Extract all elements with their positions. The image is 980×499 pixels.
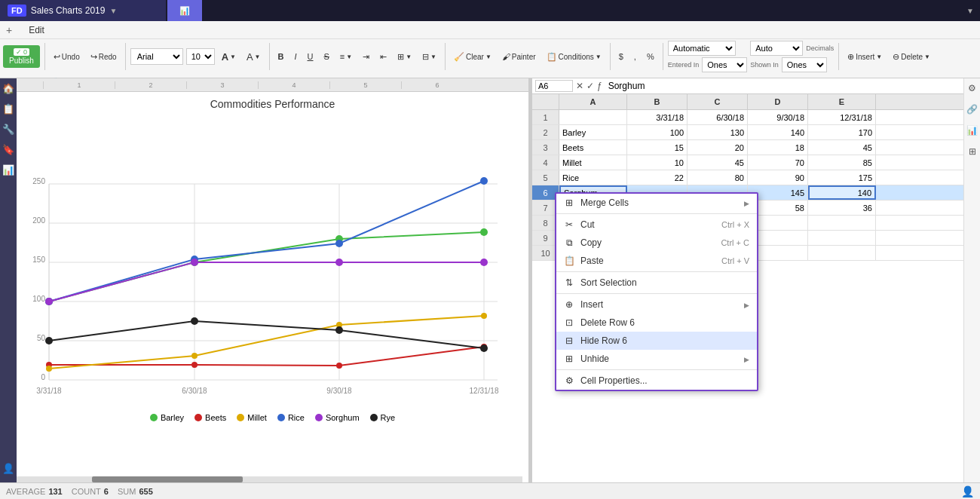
cell-e7[interactable]: 36: [808, 201, 876, 215]
conditions-button[interactable]: 📋 Conditions ▼: [543, 50, 605, 64]
sidebar-icon-user[interactable]: 👤: [1, 461, 16, 476]
cell-c3[interactable]: 20: [688, 140, 748, 155]
context-menu-item-insert[interactable]: ⊕ Insert: [556, 295, 757, 314]
cell-reference-input[interactable]: [535, 80, 573, 92]
sidebar-icon-wrench[interactable]: 🔧: [1, 122, 16, 136]
currency-button[interactable]: $: [615, 50, 627, 63]
right-sidebar-link-icon[interactable]: 🔗: [965, 103, 979, 116]
insert-button[interactable]: ⊕ Insert ▼: [844, 50, 886, 64]
indent-button[interactable]: ⇥: [359, 50, 373, 64]
bold-button[interactable]: B: [274, 50, 288, 63]
right-sidebar-chart-icon[interactable]: 📊: [965, 124, 979, 137]
wrap-button[interactable]: ⊞ ▼: [394, 50, 415, 64]
font-color-button[interactable]: A ▼: [218, 49, 240, 65]
cell-e5[interactable]: 175: [808, 170, 876, 185]
col-header-c[interactable]: C: [688, 94, 748, 109]
auto-select[interactable]: Automatic: [668, 41, 736, 56]
cell-d5[interactable]: 90: [748, 170, 808, 185]
sidebar-icon-list[interactable]: 📋: [1, 102, 16, 116]
cancel-formula-icon[interactable]: ✕: [576, 81, 583, 91]
cell-b1[interactable]: 3/31/18: [627, 110, 688, 124]
formula-input[interactable]: [605, 81, 966, 91]
strikethrough-button[interactable]: S: [320, 50, 333, 63]
cell-a2[interactable]: Barley: [559, 125, 627, 139]
underline-button[interactable]: U: [304, 50, 317, 63]
comma-button[interactable]: ,: [630, 50, 640, 63]
cell-e3[interactable]: 45: [808, 140, 876, 155]
context-menu-item-sort-selection[interactable]: ⇅ Sort Selection: [556, 274, 757, 292]
cell-b3[interactable]: 15: [627, 140, 688, 155]
sidebar-icon-home[interactable]: 🏠: [1, 81, 16, 96]
merge-dropdown[interactable]: ▼: [430, 54, 436, 60]
outdent-button[interactable]: ⇤: [376, 50, 390, 64]
user-icon[interactable]: 👤: [961, 485, 974, 497]
context-menu-item-cell-properties[interactable]: ⚙ Cell Properties...: [556, 372, 757, 390]
spreadsheet-tab[interactable]: 📊: [167, 0, 202, 21]
percent-button[interactable]: %: [643, 50, 658, 63]
cell-a1[interactable]: [559, 110, 627, 124]
col-header-e[interactable]: E: [808, 94, 876, 109]
add-sheet-btn[interactable]: +: [6, 24, 12, 36]
font-color-dropdown[interactable]: ▼: [230, 54, 236, 60]
col-header-b[interactable]: B: [627, 94, 688, 109]
fill-color-button[interactable]: A ▼: [243, 49, 265, 65]
cell-e2[interactable]: 170: [808, 125, 876, 139]
merge-btn[interactable]: ⊟ ▼: [418, 50, 440, 64]
cell-c2[interactable]: 130: [688, 125, 748, 139]
cell-a5[interactable]: Rice: [559, 170, 627, 185]
right-sidebar-grid-icon[interactable]: ⊞: [967, 145, 978, 158]
sidebar-icon-bookmark[interactable]: 🔖: [1, 142, 16, 157]
context-menu-item-merge-cells[interactable]: ⊞ Merge Cells: [556, 194, 757, 212]
function-icon[interactable]: ƒ: [597, 81, 602, 91]
cell-e8[interactable]: [808, 216, 876, 230]
tab-dropdown[interactable]: ▼: [966, 7, 980, 15]
redo-button[interactable]: ↪ Redo: [87, 50, 121, 64]
cell-a4[interactable]: Millet: [559, 155, 627, 170]
cell-e1[interactable]: 12/31/18: [808, 110, 876, 124]
italic-button[interactable]: I: [290, 50, 300, 63]
context-menu-item-cut[interactable]: ✂ Cut Ctrl + X: [556, 216, 757, 234]
auto2-select[interactable]: Auto: [750, 41, 803, 56]
col-header-d[interactable]: D: [748, 94, 808, 109]
cell-c1[interactable]: 6/30/18: [688, 110, 748, 124]
align-dropdown[interactable]: ▼: [346, 54, 352, 60]
conditions-dropdown[interactable]: ▼: [596, 54, 602, 60]
cell-b5[interactable]: 22: [627, 170, 688, 185]
chart-h-scrollbar[interactable]: [17, 476, 522, 482]
wrap-dropdown[interactable]: ▼: [406, 54, 412, 60]
clear-button[interactable]: 🧹 Clear ▼: [450, 50, 495, 64]
align-button[interactable]: ≡ ▼: [336, 50, 356, 63]
cell-b2[interactable]: 100: [627, 125, 688, 139]
cell-c4[interactable]: 45: [688, 155, 748, 170]
context-menu-item-unhide[interactable]: ⊞ Unhide: [556, 350, 757, 368]
entered-in-select[interactable]: Ones: [702, 57, 747, 72]
menu-edit[interactable]: Edit: [29, 25, 44, 35]
context-menu-item-hide-row[interactable]: ⊟ Hide Row 6: [556, 332, 757, 350]
shown-in-select[interactable]: Ones: [782, 57, 827, 72]
clear-dropdown[interactable]: ▼: [485, 54, 492, 60]
cell-d2[interactable]: 140: [748, 125, 808, 139]
context-menu-item-copy[interactable]: ⧉ Copy Ctrl + C: [556, 234, 757, 252]
confirm-formula-icon[interactable]: ✓: [586, 81, 594, 91]
col-header-a[interactable]: A: [559, 94, 627, 109]
fill-dropdown[interactable]: ▼: [255, 54, 261, 60]
painter-button[interactable]: 🖌 Painter: [498, 50, 540, 63]
cell-d4[interactable]: 70: [748, 155, 808, 170]
dropdown-arrow[interactable]: ▼: [109, 7, 117, 15]
right-sidebar-gear-icon[interactable]: ⚙: [966, 81, 978, 95]
context-menu-item-paste[interactable]: 📋 Paste Ctrl + V: [556, 252, 757, 270]
delete-dropdown[interactable]: ▼: [924, 54, 930, 60]
cell-a3[interactable]: Beets: [559, 140, 627, 155]
context-menu-item-delete-row[interactable]: ⊡ Delete Row 6: [556, 314, 757, 332]
cell-c5[interactable]: 80: [688, 170, 748, 185]
sidebar-icon-chart[interactable]: 📊: [1, 163, 16, 177]
publish-button[interactable]: ✓ 0 Publish: [3, 45, 40, 68]
cell-d3[interactable]: 18: [748, 140, 808, 155]
cell-e9[interactable]: [808, 231, 876, 245]
cell-b4[interactable]: 10: [627, 155, 688, 170]
font-select[interactable]: Arial: [130, 48, 183, 65]
cell-e10[interactable]: [808, 246, 876, 260]
cell-e6[interactable]: 140: [808, 185, 876, 200]
delete-button[interactable]: ⊖ Delete ▼: [889, 50, 934, 64]
cell-d1[interactable]: 9/30/18: [748, 110, 808, 124]
